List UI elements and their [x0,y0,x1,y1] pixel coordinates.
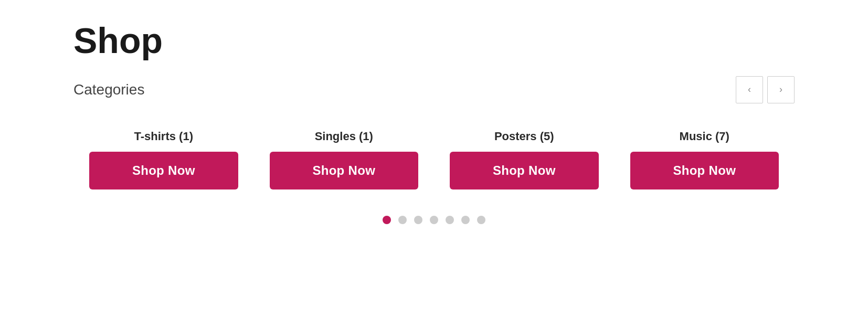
dot-4[interactable] [430,216,438,224]
dot-2[interactable] [398,216,407,224]
shop-now-button-singles[interactable]: Shop Now [270,152,419,189]
nav-buttons: ‹ › [736,76,795,103]
carousel-dots [73,216,795,224]
section-header: Categories ‹ › [73,76,795,103]
prev-button[interactable]: ‹ [736,76,763,103]
dot-5[interactable] [446,216,454,224]
shop-now-button-tshirts[interactable]: Shop Now [89,152,238,189]
categories-grid: T-shirts (1) Shop Now Singles (1) Shop N… [73,130,795,189]
page-title: Shop [73,21,795,60]
category-card-tshirts: T-shirts (1) Shop Now [73,130,254,189]
categories-label: Categories [73,81,144,98]
category-card-posters: Posters (5) Shop Now [434,130,615,189]
category-card-singles: Singles (1) Shop Now [254,130,435,189]
category-name-tshirts: T-shirts (1) [134,130,193,143]
next-button[interactable]: › [767,76,795,103]
category-name-posters: Posters (5) [494,130,554,143]
shop-now-button-posters[interactable]: Shop Now [450,152,599,189]
category-name-music: Music (7) [680,130,729,143]
dot-7[interactable] [477,216,485,224]
shop-now-button-music[interactable]: Shop Now [630,152,779,189]
page-container: Shop Categories ‹ › T-shirts (1) Shop No… [0,0,868,316]
category-card-music: Music (7) Shop Now [615,130,795,189]
category-name-singles: Singles (1) [315,130,373,143]
dot-1[interactable] [383,216,391,224]
dot-6[interactable] [461,216,470,224]
dot-3[interactable] [414,216,422,224]
